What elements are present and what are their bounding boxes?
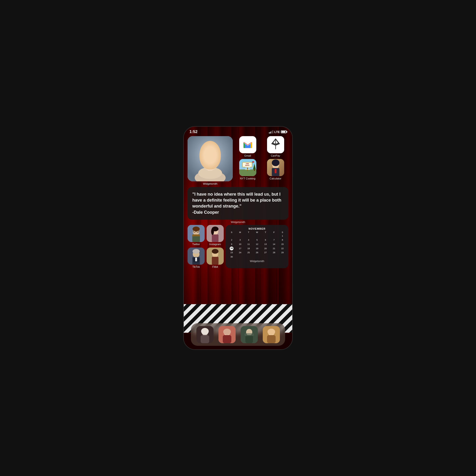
calendar-widget-label: Widgetsmith [227,260,287,262]
phone-frame: 1:52 LTE [183,126,293,350]
cal-header-sat: S [278,231,287,234]
quote-source-label: Widgetsmith [187,221,289,223]
app-calculator[interactable]: Calculator [262,159,289,180]
cal-day-4: 4 [244,238,253,242]
signal-bar-2 [270,132,271,134]
fitbit-label: Fitbit [212,265,218,268]
cal-day-22: 22 [278,247,287,251]
cal-header-tue: T [244,231,253,234]
svg-point-27 [209,162,211,163]
dock-app-2[interactable] [219,326,236,343]
svg-point-71 [212,249,219,254]
svg-rect-48 [275,169,276,173]
calculator-label: Calculator [270,177,282,180]
svg-point-24 [211,152,219,164]
cal-day-12: 12 [253,242,261,246]
app-twitter[interactable]: Twitter [187,225,205,246]
dock-app-3[interactable] [241,326,258,343]
large-widget[interactable] [187,136,233,181]
widgetsmith-large-image [187,136,233,181]
large-widget-wrapper: Widgetsmith [187,136,233,185]
svg-point-47 [272,159,279,166]
cal-day-3: 3 [236,238,244,242]
svg-point-25 [206,158,208,161]
calendar-widget[interactable]: NOVEMBER S M T W T F S 1 [226,225,289,268]
cal-day-6: 6 [261,238,270,242]
app-tiktok[interactable]: TikTok [187,248,205,268]
twitter-icon [187,225,205,242]
svg-rect-70 [212,257,219,265]
app-canpay[interactable]: CanPay [262,136,289,157]
cal-day-25: 25 [244,251,253,255]
cal-day-20: 20 [261,247,270,251]
nyt-cooking-label: NYT Cooking [240,177,255,180]
svg-rect-6 [223,335,231,343]
gmail-icon [239,136,256,153]
cal-day-19: 19 [253,247,261,251]
cal-day-11: 11 [244,242,253,246]
svg-rect-14 [267,335,276,343]
cal-day-10: 10 [236,242,244,246]
app-nyt-cooking[interactable]: TWIN PEAKS NYT Cooking [235,159,261,180]
cal-day-2: 2 [227,238,236,242]
calculator-icon [267,159,284,176]
main-content: Widgetsmith [184,135,292,268]
svg-text:TWIN: TWIN [246,163,249,165]
svg-point-23 [202,152,209,164]
signal-bar-3 [271,131,272,134]
cal-day-14: 14 [270,242,278,246]
cal-day-8: 8 [278,238,287,242]
svg-rect-10 [245,335,253,343]
cal-header-fri: F [270,231,278,234]
instagram-label: Instagram [209,243,221,246]
svg-rect-43 [252,161,253,164]
cal-day-7: 7 [270,238,278,242]
svg-point-7 [223,329,231,335]
dock-app-1[interactable] [196,326,214,343]
cal-day-30: 30 [227,255,236,259]
dock-app-4[interactable] [263,326,280,343]
svg-rect-56 [192,235,200,236]
fitbit-icon [206,248,224,265]
time-display: 1:52 [189,130,198,134]
signal-bar-4 [272,130,273,134]
gmail-label: Gmail [244,154,251,157]
quote-text: "I have no idea where this will lead us,… [192,191,284,215]
svg-point-21 [201,146,220,159]
quote-widget[interactable]: "I have no idea where this will lead us,… [187,187,289,220]
svg-rect-67 [195,257,197,261]
lte-label: LTE [274,130,280,134]
cal-day-15: 15 [278,242,287,246]
cal-day-29: 29 [278,251,287,255]
cal-day-26: 26 [253,251,261,255]
twitter-label: Twitter [192,243,200,246]
svg-point-20 [201,150,219,170]
svg-point-55 [192,227,200,231]
status-bar: 1:52 LTE [184,127,292,135]
svg-point-22 [204,145,217,155]
signal-bars [269,130,273,134]
cal-day-13: 13 [261,242,270,246]
svg-point-61 [211,228,214,235]
app-gmail[interactable]: Gmail [235,136,261,157]
cal-day-18: 18 [244,247,253,251]
svg-rect-41 [254,170,255,171]
cal-day-21: 21 [270,247,278,251]
dock [191,323,285,346]
large-widget-label: Widgetsmith [203,182,218,185]
cal-day-23: 23 [227,251,236,255]
svg-point-15 [268,329,275,335]
tiktok-label: TikTok [192,265,200,268]
cal-day-9: 9 [227,242,236,246]
calendar-header: S M T W T F S [227,231,287,234]
cal-day-1: 1 [278,234,287,238]
svg-rect-2 [201,335,209,343]
signal-bar-1 [269,132,270,134]
calendar-grid: 1 2 3 4 5 6 7 8 9 10 11 12 13 14 15 16 1 [227,234,287,259]
app-instagram[interactable]: Instagram [206,225,224,246]
svg-point-65 [192,249,200,254]
app-fitbit[interactable]: Fitbit [206,248,224,268]
cal-header-wed: W [253,231,261,234]
small-apps-grid: Gmail CanPay [235,136,289,180]
cal-day-27: 27 [261,251,270,255]
